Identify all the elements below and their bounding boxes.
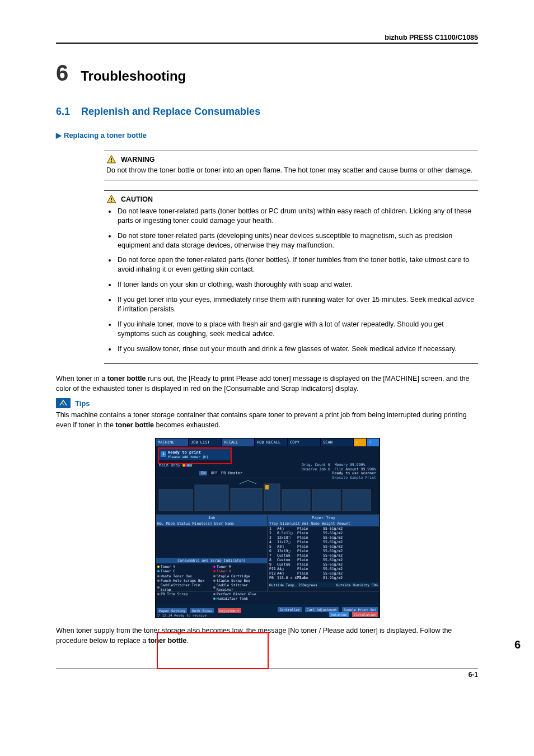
svg-rect-2 [111, 198, 112, 200]
page-number: 6-1 [469, 671, 478, 679]
caution-item: If you swallow toner, rinse out your mou… [116, 344, 476, 354]
machine-screenshot: MACHINE JOB LIST RECALL HDD RECALL COPY … [155, 438, 379, 618]
screenshot-bottom-bar: Paper Setting Both Sides Adjustment ⏱ 12… [156, 604, 380, 618]
tips-icon [56, 398, 71, 408]
svg-rect-11 [343, 489, 371, 511]
caution-box: CAUTION Do not leave toner-related parts… [104, 190, 478, 365]
heater-toggle: ON OFF PB Heater [199, 471, 242, 475]
highlight-consumables [157, 632, 269, 669]
svg-rect-5 [195, 485, 228, 511]
status-message: i Ready to print Please add toner (K) [159, 449, 231, 460]
warning-icon [106, 155, 116, 165]
chapter-heading: 6 Troubleshooting [56, 60, 478, 86]
svg-rect-8 [265, 485, 269, 489]
product-name: bizhub PRESS C1100/C1085 [56, 34, 478, 41]
caution-item: Do not leave toner-related parts (toner … [116, 207, 476, 226]
caution-icon [106, 194, 116, 204]
svg-rect-1 [111, 161, 112, 162]
subheading: ▶Replacing a toner bottle [56, 131, 478, 139]
tips-label: Tips [75, 399, 90, 408]
caution-list: Do not leave toner-related parts (toner … [116, 207, 476, 354]
warning-text: Do not throw the toner bottle or toner i… [106, 166, 476, 175]
tab-copy: COPY [288, 438, 321, 446]
tab-scan: SCAN [321, 438, 354, 446]
caution-item: If you inhale toner, move to a place wit… [116, 320, 476, 339]
section-number: 6.1 [56, 106, 70, 117]
help-icon: ? [367, 438, 380, 446]
page-footer: 6-1 [56, 668, 478, 679]
body-paragraph-1: When toner in a toner bottle runs out, t… [56, 374, 478, 394]
tab-recall: RECALL [222, 438, 255, 446]
job-panel: Job No. Mode Status Minute(s) User Name … [156, 515, 268, 592]
side-page-number: 6 [514, 638, 521, 651]
caution-item: Do not store toner-related parts (develo… [116, 231, 476, 250]
svg-rect-9 [282, 489, 310, 511]
machine-diagram [156, 478, 380, 515]
tips-text: This machine contains a toner storage co… [56, 410, 478, 430]
tab-hdd: HDD RECALL [255, 438, 288, 446]
warning-box: WARNING Do not throw the toner bottle or… [104, 151, 478, 180]
triangle-icon: ▶ [56, 131, 62, 139]
svg-rect-10 [312, 489, 340, 511]
section-title: Replenish and Replace Consumables [81, 106, 260, 117]
caution-item: Do not force open the toner-related part… [116, 255, 476, 274]
caution-item: If toner lands on your skin or clothing,… [116, 280, 476, 290]
svg-rect-4 [159, 489, 193, 511]
svg-rect-6 [231, 488, 262, 511]
tips-heading: Tips [56, 398, 478, 408]
caution-item: If you get toner into your eyes, immedia… [116, 295, 476, 314]
warning-label: WARNING [121, 156, 154, 164]
tab-machine: MACHINE [156, 438, 189, 446]
chapter-number: 6 [56, 60, 68, 86]
home-icon: ⌂ [354, 438, 367, 446]
section-heading: 6.1 Replenish and Replace Consumables [56, 106, 478, 118]
page-header: bizhub PRESS C1100/C1085 [56, 34, 478, 44]
chapter-title: Troubleshooting [81, 68, 186, 84]
subheading-text: Replacing a toner bottle [64, 131, 147, 139]
info-icon: i [161, 451, 166, 457]
svg-rect-0 [111, 158, 112, 161]
tab-joblist: JOB LIST [189, 438, 222, 446]
paper-tray-panel: Paper Tray Tray Size(unit mm) Name Weigh… [268, 515, 380, 592]
screenshot-tabs: MACHINE JOB LIST RECALL HDD RECALL COPY … [156, 438, 380, 446]
svg-rect-3 [111, 201, 112, 202]
caution-label: CAUTION [121, 195, 153, 203]
stats-row: Main Body ■■■■ Orig. Count 0 Memory 99.9… [156, 463, 380, 470]
